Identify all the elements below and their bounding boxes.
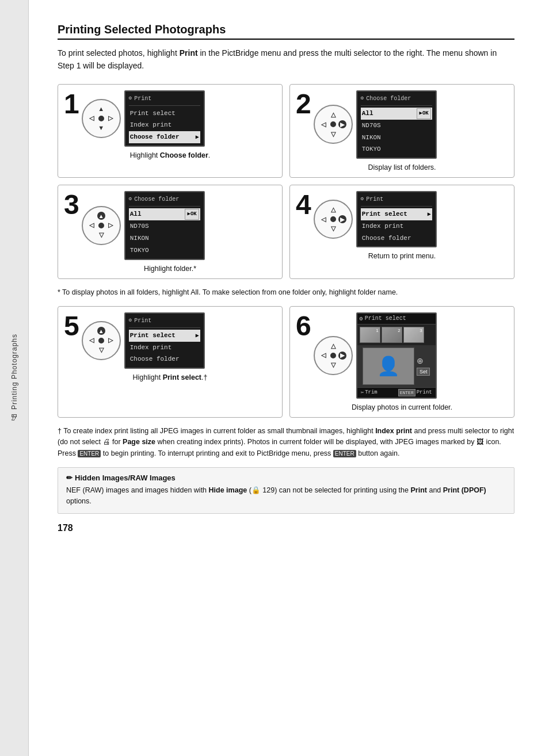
step-5-header: 5 ▲ ◁ ▷ ▽ (64, 312, 276, 369)
lcd-1-row-2: Choose folder ▶ (129, 131, 200, 143)
print-icon: 🖨 (10, 414, 19, 422)
step-6-box: 6 △ ◁ ▶ ▽ (289, 306, 514, 418)
lcd-3-row-0: All ▶OK (129, 208, 200, 220)
step-4-devices: △ ◁ ▶ ▽ ⚙ (314, 191, 437, 247)
step-1-devices: ▲ ◁ ▷ ▼ (82, 90, 205, 147)
step-3-caption: Highlight folder.* (64, 265, 276, 273)
step-6-devices: △ ◁ ▶ ▽ (314, 312, 437, 399)
arrow-up: ▲ (98, 105, 104, 112)
lcd-2-row-0: All ▶OK (361, 108, 432, 120)
step-4-caption: Return to print menu. (296, 252, 508, 260)
lcd-2-row-2: NIKON (361, 132, 432, 144)
lcd-4-title: ⚙ Print (361, 194, 432, 207)
camera-btn-4: △ ◁ ▶ ▽ (314, 200, 353, 239)
section-title: Printing Selected Photographs (58, 23, 514, 40)
step-2-box: 2 △ ◁ ▶ ▽ (289, 84, 514, 178)
sidebar: 🖨 Printing Photographs (0, 0, 29, 756)
main-photo: 👤 (363, 348, 414, 385)
step-6-caption: Display photos in current folder. (296, 403, 508, 411)
step-2-devices: △ ◁ ▶ ▽ ⚙ (314, 90, 437, 159)
lcd-2-title: ⚙ Choose folder (361, 94, 432, 106)
step-1-number: 1 (64, 90, 79, 118)
print-label: ENTER Print (398, 389, 432, 396)
step-1-header: 1 ▲ ◁ ▷ ▼ (64, 90, 276, 147)
step-3-number: 3 (64, 191, 79, 219)
step-6-number: 6 (296, 312, 311, 340)
sidebar-label: 🖨 Printing Photographs (10, 334, 19, 422)
lcd-3-row-3: TOKYO (129, 245, 200, 257)
lcd-1-row-1: Index print (129, 119, 200, 131)
camera-btn-2: △ ◁ ▶ ▽ (314, 105, 353, 144)
step-1-box: 1 ▲ ◁ ▷ ▼ (58, 84, 283, 178)
step-4-lcd: ⚙ Print Print select ▶ Index print (356, 191, 437, 247)
step-5-lcd: ⚙ Print Print select ▶ Index print (124, 312, 205, 369)
lcd-5-row-2: Choose folder (129, 353, 200, 365)
thumb-2: 2 (382, 327, 402, 343)
main-content: Printing Selected Photographs To print s… (58, 23, 514, 533)
trim-label: ✂ Trim (361, 390, 378, 396)
camera-btn-1: ▲ ◁ ▷ ▼ (82, 99, 121, 138)
lcd-2-row-3: TOKYO (361, 143, 432, 155)
cam-center (98, 116, 104, 121)
lcd-3-row-1: ND70S (129, 220, 200, 232)
steps-grid-1: 1 ▲ ◁ ▷ ▼ (58, 84, 514, 279)
arrow-down: ▼ (98, 124, 104, 131)
trim-print-bar: ✂ Trim ENTER Print (357, 387, 436, 398)
lcd-5-title: ⚙ Print (129, 316, 200, 328)
lcd-4-row-0: Print select ▶ (361, 208, 432, 220)
thumb-1: 1 (360, 327, 380, 343)
note-title: ✏ Hidden Images/RAW Images (66, 474, 506, 482)
lcd-4-row-2: Choose folder (361, 232, 432, 245)
footnote-dagger: † To create index print listing all JPEG… (58, 426, 514, 459)
step-2-lcd: ⚙ Choose folder All ▶OK ND70S (356, 90, 437, 159)
step-3-lcd: ⚙ Choose folder All ▶OK ND70S (124, 191, 205, 259)
step-5-box: 5 ▲ ◁ ▷ ▽ (58, 306, 283, 418)
set-button[interactable]: Set (417, 368, 430, 376)
page-number: 178 (58, 523, 514, 533)
arrow-left: ◁ (89, 114, 94, 122)
step-6-lcd: ⚙ Print select 1 2 (356, 312, 437, 399)
camera-btn-5: ▲ ◁ ▷ ▽ (82, 321, 121, 360)
intro-text: To print selected photos, highlight Prin… (58, 47, 514, 72)
step-6-header: 6 △ ◁ ▶ ▽ (296, 312, 508, 399)
note-box: ✏ Hidden Images/RAW Images NEF (RAW) ima… (58, 467, 514, 514)
camera-btn-3: ▲ ◁ ▷ ▽ (82, 206, 121, 245)
step-1-lcd: ⚙ Print Print select Index print Choose … (124, 90, 205, 147)
step-2-header: 2 △ ◁ ▶ ▽ (296, 90, 508, 159)
lcd-1-row-0: Print select (129, 108, 200, 120)
thumb-3: 3 (403, 327, 424, 343)
step-1-caption: Highlight Choose folder. (64, 151, 276, 159)
footnote-star: * To display photos in all folders, high… (58, 287, 514, 298)
step-3-header: 3 ▲ ◁ ▷ ▽ (64, 191, 276, 259)
page: 🖨 Printing Photographs Printing Selected… (0, 0, 549, 756)
note-text: NEF (RAW) images and images hidden with … (66, 485, 506, 507)
step-2-caption: Display list of folders. (296, 163, 508, 171)
lcd-2-row-1: ND70S (361, 120, 432, 132)
step-4-number: 4 (296, 191, 311, 219)
lcd-5-row-1: Index print (129, 342, 200, 354)
lcd-3-row-2: NIKON (129, 232, 200, 245)
step-3-box: 3 ▲ ◁ ▷ ▽ (58, 185, 283, 278)
arrow-right: ▷ (108, 114, 113, 122)
step-4-box: 4 △ ◁ ▶ ▽ (289, 185, 514, 278)
lcd-3-title: ⚙ Choose folder (129, 194, 200, 207)
camera-btn-6: △ ◁ ▶ ▽ (314, 336, 353, 375)
step-5-caption: Highlight Print select.† (64, 373, 276, 381)
main-photo-area: 👤 ⊕ Set (357, 345, 436, 387)
photo-thumbnails: 1 2 3 (357, 324, 436, 345)
lcd-1-title: ⚙ Print (129, 94, 200, 106)
lcd-4-row-1: Index print (361, 220, 432, 232)
step-5-number: 5 (64, 312, 79, 340)
photo-controls: ⊕ Set (417, 348, 430, 385)
step-5-devices: ▲ ◁ ▷ ▽ ⚙ (82, 312, 205, 369)
step-3-devices: ▲ ◁ ▷ ▽ ⚙ (82, 191, 205, 259)
steps-grid-2: 5 ▲ ◁ ▷ ▽ (58, 306, 514, 418)
lcd-5-row-0: Print select ▶ (129, 330, 200, 342)
step-4-header: 4 △ ◁ ▶ ▽ (296, 191, 508, 247)
step-2-number: 2 (296, 90, 311, 118)
